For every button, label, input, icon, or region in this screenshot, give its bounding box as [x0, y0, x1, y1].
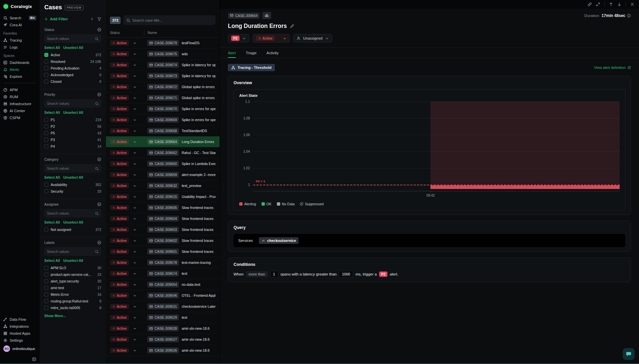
checkbox[interactable] [44, 144, 48, 148]
case-row[interactable]: Active CASE-309671 Global spike in error… [106, 92, 220, 103]
case-row[interactable]: Active CASE-309526 amir-slo-new-18.6 [106, 345, 220, 356]
filter-search-box[interactable]: Search values [44, 164, 101, 173]
unselect-all-link[interactable]: Unselect All [63, 259, 83, 263]
status-select[interactable]: Active [253, 34, 290, 43]
section-collapse-button[interactable] [97, 28, 101, 32]
filter-option[interactable]: P2 55 [44, 123, 101, 130]
row-expand-button[interactable] [133, 129, 137, 133]
case-search-input[interactable] [132, 18, 213, 22]
tab-activity[interactable]: Activity [267, 48, 279, 58]
case-row[interactable]: Active CASE-309578 test-marion-tracing [106, 257, 220, 268]
checkbox[interactable] [44, 189, 48, 193]
section-collapse-button[interactable] [97, 241, 101, 245]
section-collapse-button[interactable] [97, 157, 101, 161]
row-expand-button[interactable] [133, 294, 137, 297]
unselect-all-link[interactable]: Unselect All [63, 46, 83, 50]
checkbox[interactable] [44, 299, 48, 303]
filter-search-box[interactable]: Search values [44, 34, 101, 43]
row-expand-button[interactable] [133, 85, 137, 89]
checkbox[interactable] [44, 73, 48, 77]
row-expand-button[interactable] [133, 349, 137, 352]
case-search-box[interactable] [123, 15, 216, 25]
unselect-all-link[interactable]: Unselect All [63, 220, 83, 224]
sidebar-item-alerts[interactable]: Alerts [0, 66, 40, 73]
filter-option[interactable]: mitre_tactic:ta0005 8 [44, 304, 101, 311]
row-expand-button[interactable] [133, 195, 137, 199]
case-row[interactable]: Active CASE-309675 wds [106, 49, 220, 60]
row-expand-button[interactable] [133, 162, 137, 166]
row-expand-button[interactable] [133, 327, 137, 330]
case-row[interactable]: Active CASE-309662 Rahul - GC - Test Sta… [106, 147, 220, 158]
condition-count-pill[interactable]: 1 [270, 271, 278, 277]
sidebar-item-ai-center[interactable]: AI Center [0, 107, 40, 114]
case-row[interactable]: Active CASE-309679 testFlowDS [106, 38, 220, 49]
checkbox-checked[interactable] [44, 53, 48, 57]
legend-item-no-data[interactable]: No Data [277, 202, 295, 206]
sidebar-item-rum[interactable]: RUM [0, 93, 40, 100]
panel-collapse-button[interactable] [32, 357, 36, 361]
sidebar-item-tracing[interactable]: Tracing [0, 37, 40, 44]
row-expand-button[interactable] [133, 250, 137, 254]
coralogix-logo[interactable]: Coralogix [0, 4, 40, 9]
row-expand-button[interactable] [133, 173, 137, 177]
case-row[interactable]: Active CASE-309615 Usability Impact - Pr… [106, 191, 220, 202]
legend-item-alerting[interactable]: Alerting [239, 202, 256, 206]
case-row[interactable]: Active CASE-309604 Slow frontend traces [106, 213, 220, 224]
case-row[interactable]: Active CASE-309670 Spike in errors for s… [106, 103, 220, 114]
row-expand-button[interactable] [133, 74, 137, 78]
condition-threshold-pill[interactable]: 1000 [339, 271, 353, 277]
case-row[interactable]: Active CASE-309632 test_preview [106, 180, 220, 191]
row-expand-button[interactable] [133, 261, 137, 265]
checkbox[interactable] [44, 306, 48, 310]
select-all-link[interactable]: Select All [44, 110, 60, 114]
unselect-all-link[interactable]: Unselect All [63, 175, 83, 179]
case-row[interactable]: Active CASE-309527 amir-slo-new-18.6 [106, 334, 220, 345]
filter-option[interactable]: Security 20 [44, 188, 101, 195]
case-row[interactable]: Active CASE-309669 Spike in errors for s… [106, 114, 220, 125]
filter-option[interactable]: Resolved 24.10K [44, 58, 101, 65]
select-all-link[interactable]: Select All [44, 220, 60, 224]
case-row[interactable]: Active CASE-309602 Slow frontend traces [106, 235, 220, 246]
select-all-link[interactable]: Select All [44, 46, 60, 50]
filter-option[interactable]: Pending Activation 4 [44, 65, 101, 72]
case-row[interactable]: Active CASE-309528 amir-slo-new-18.6 [106, 323, 220, 334]
checkbox[interactable] [44, 131, 48, 135]
select-all-link[interactable]: Select All [44, 175, 60, 179]
case-row[interactable]: Active CASE-309660 Spike in Lambda Execu… [106, 158, 220, 169]
filter-option[interactable]: alert_type:security 20 [44, 278, 101, 284]
filter-option[interactable]: product:apm-service-cat... 23 [44, 271, 101, 278]
filter-search-box[interactable]: Search values [44, 209, 101, 218]
case-row[interactable]: Active CASE-309554 no-data-test [106, 279, 220, 290]
checkbox[interactable] [44, 279, 48, 283]
row-expand-button[interactable] [133, 140, 137, 144]
sidebar-item-integrations[interactable]: Integrations [0, 323, 40, 330]
chart-plot-area[interactable]: P2 > 1 [253, 101, 620, 192]
sidebar-item-infrastructure[interactable]: Infrastructure [0, 100, 40, 107]
case-row[interactable]: Active CASE-309603 Slow frontend traces [106, 224, 220, 235]
filter-option[interactable]: routing.group:Rahul-test 9 [44, 298, 101, 304]
row-expand-button[interactable] [133, 239, 137, 243]
next-case-button[interactable] [617, 2, 621, 6]
tab-triage[interactable]: Triage [246, 48, 257, 58]
checkbox[interactable] [44, 273, 48, 276]
sidebar-item-hosted-apps[interactable]: Hosted Apps [0, 330, 40, 337]
row-expand-button[interactable] [133, 52, 137, 56]
add-filter-button[interactable]: Add Filter [44, 17, 68, 21]
filter-option[interactable]: APM:SLO 30 [44, 265, 101, 271]
filter-option[interactable]: Active 372 [44, 52, 101, 58]
filter-funnel-button[interactable] [97, 17, 101, 21]
filter-option[interactable]: P3 41 [44, 136, 101, 143]
section-collapse-button[interactable] [97, 92, 101, 96]
checkbox[interactable] [44, 286, 48, 290]
column-header-name[interactable]: Name [148, 31, 157, 35]
sidebar-item-cora-ai[interactable]: Cora AI [0, 21, 40, 28]
show-more-link[interactable]: Show More... [44, 314, 101, 318]
row-expand-button[interactable] [133, 228, 137, 232]
view-alert-definition-link[interactable]: View alert definition [594, 66, 631, 70]
section-collapse-button[interactable] [97, 202, 101, 206]
sidebar-item-settings[interactable]: Settings [0, 337, 40, 344]
filter-option[interactable]: Acknowledged 0 [44, 72, 101, 78]
row-expand-button[interactable] [133, 283, 137, 286]
row-expand-button[interactable] [133, 151, 137, 155]
chat-launcher-button[interactable] [623, 348, 635, 360]
